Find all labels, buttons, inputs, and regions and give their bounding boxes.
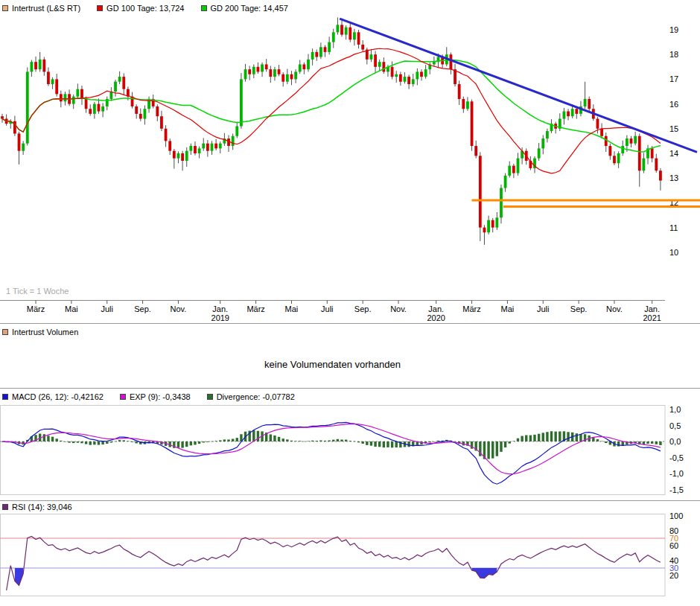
volume-swatch	[2, 329, 8, 335]
instrument-label: Intertrust (L&S RT)	[12, 4, 80, 13]
volume-legend: Intertrust Volumen	[0, 324, 700, 340]
price-chart: MärzMaiJuliSep.Nov.Jan.MärzMaiJuliSep.No…	[0, 16, 700, 323]
candles	[1, 17, 662, 244]
svg-text:-0,5: -0,5	[669, 453, 684, 462]
svg-text:Nov.: Nov.	[390, 304, 407, 313]
price-legend: Intertrust (L&S RT) GD 100 Tage: 13,724 …	[0, 0, 700, 16]
macd-line	[2, 422, 661, 484]
svg-text:-1,0: -1,0	[669, 469, 684, 478]
divergence-legend-item: Divergence: -0,07782	[207, 392, 295, 401]
volume-label: Intertrust Volumen	[12, 328, 78, 337]
macd-label: MACD (26, 12): -0,42162	[12, 392, 104, 401]
svg-text:0,5: 0,5	[669, 421, 681, 430]
svg-text:0,0: 0,0	[669, 437, 681, 446]
oversold-fill	[472, 568, 497, 578]
tick-note: 1 Tick = 1 Woche	[6, 287, 69, 296]
svg-text:17: 17	[669, 74, 678, 83]
svg-text:2020: 2020	[427, 313, 445, 322]
instrument-legend-item: Intertrust (L&S RT)	[2, 4, 80, 13]
svg-text:Juli: Juli	[321, 304, 334, 313]
svg-text:10: 10	[669, 248, 678, 257]
macd-chart: 1,00,50,0-0,5-1,0-1,5	[0, 405, 700, 500]
exp-legend-item: EXP (9): -0,3438	[120, 392, 191, 401]
gd200-label: GD 200 Tage: 14,457	[211, 4, 288, 13]
divergence-swatch	[207, 394, 213, 400]
volume-empty-message: keine Volumendaten vorhanden	[0, 340, 665, 388]
exp-label: EXP (9): -0,3438	[130, 392, 191, 401]
svg-text:2019: 2019	[211, 313, 229, 322]
divergence-label: Divergence: -0,07782	[217, 392, 295, 401]
svg-text:Sep.: Sep.	[354, 304, 372, 313]
exp-swatch	[120, 394, 126, 400]
svg-text:Mai: Mai	[65, 304, 78, 313]
gd100-legend-item: GD 100 Tage: 13,724	[97, 4, 184, 13]
svg-text:60: 60	[669, 541, 678, 550]
svg-text:März: März	[246, 304, 264, 313]
svg-text:März: März	[462, 304, 480, 313]
volume-section: Intertrust Volumen keine Volumendaten vo…	[0, 323, 700, 389]
gd200-swatch	[201, 5, 207, 11]
gd100-swatch	[97, 5, 103, 11]
gd100-line	[2, 48, 661, 173]
gd200-line	[2, 60, 661, 152]
svg-text:Juli: Juli	[537, 304, 550, 313]
svg-text:100: 100	[669, 512, 683, 520]
rsi-swatch	[2, 504, 8, 510]
gd100-label: GD 100 Tage: 13,724	[106, 4, 184, 13]
rsi-line	[7, 536, 661, 590]
svg-text:11: 11	[669, 223, 678, 232]
svg-text:Jan.: Jan.	[212, 304, 228, 313]
rsi-legend-item: RSI (14): 39,046	[2, 503, 72, 511]
macd-legend-item: MACD (26, 12): -0,42162	[2, 392, 104, 401]
svg-text:14: 14	[669, 149, 678, 158]
macd-legend: MACD (26, 12): -0,42162 EXP (9): -0,3438…	[0, 389, 700, 405]
trendline	[340, 19, 697, 152]
exp-line	[2, 424, 661, 473]
svg-text:Jan.: Jan.	[644, 304, 660, 313]
svg-text:-1,5: -1,5	[669, 485, 684, 494]
svg-text:Juli: Juli	[101, 304, 113, 313]
svg-text:16: 16	[669, 100, 678, 109]
svg-text:Nov.: Nov.	[171, 304, 187, 313]
svg-text:15: 15	[669, 124, 678, 133]
svg-text:18: 18	[669, 50, 678, 59]
svg-text:Nov.: Nov.	[606, 304, 623, 313]
gd200-legend-item: GD 200 Tage: 14,457	[201, 4, 288, 13]
svg-text:Sep.: Sep.	[570, 304, 588, 313]
svg-text:Mai: Mai	[501, 304, 515, 313]
svg-text:19: 19	[669, 25, 678, 34]
svg-text:20: 20	[669, 571, 678, 580]
svg-text:Jan.: Jan.	[428, 304, 444, 313]
instrument-swatch	[2, 5, 8, 11]
rsi-chart: 100807060403020	[0, 512, 700, 606]
rsi-legend: RSI (14): 39,046	[0, 500, 700, 512]
svg-text:Sep.: Sep.	[134, 304, 151, 313]
svg-text:März: März	[27, 304, 45, 313]
svg-text:13: 13	[669, 173, 678, 182]
rsi-label: RSI (14): 39,046	[12, 503, 72, 511]
volume-legend-item: Intertrust Volumen	[2, 328, 78, 337]
svg-text:2021: 2021	[643, 313, 661, 322]
macd-swatch	[2, 394, 8, 400]
svg-text:1,0: 1,0	[669, 405, 681, 414]
svg-text:Mai: Mai	[285, 304, 299, 313]
